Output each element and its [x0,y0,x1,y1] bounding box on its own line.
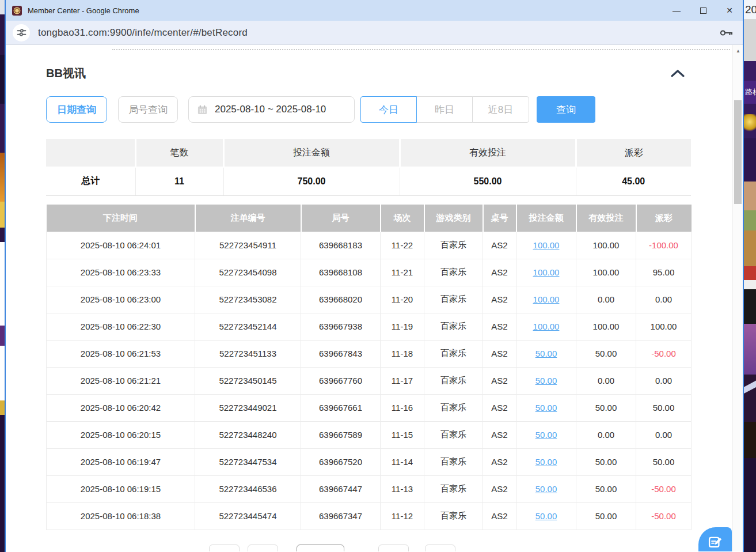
search-button[interactable]: 查询 [537,96,595,123]
table-id-cell: AS2 [483,475,516,502]
page-scrollbar[interactable]: ▲ [732,45,743,551]
session-cell: 11-19 [381,313,424,340]
table-id-cell: AS2 [483,394,516,421]
valid-bet-cell: 50.00 [576,394,636,421]
scrollbar-up-arrow[interactable]: ▲ [733,48,743,54]
bet-amount-cell: 50.00 [516,475,576,502]
pagination-button[interactable] [209,545,240,551]
bet-amount-link[interactable]: 100.00 [533,267,560,277]
address-bar[interactable]: tongbao31.com:9900/infe/mcenter/#/betRec… [38,27,248,39]
payout-cell: -50.00 [636,340,692,367]
pagination-button[interactable] [425,545,455,551]
column-header: 注单编号 [195,205,301,232]
valid-bet-cell: 0.00 [576,286,636,313]
bet-amount-link[interactable]: 50.00 [535,430,557,440]
column-header: 场次 [381,205,424,232]
bet-amount-link[interactable]: 100.00 [533,240,560,250]
payout-cell: 0.00 [636,367,692,394]
order-id-cell: 522723450145 [195,367,301,394]
bet-amount-link[interactable]: 100.00 [533,322,560,331]
close-button[interactable]: ✕ [716,0,743,21]
window-title: Member Center - Google Chrome [28,6,139,15]
session-cell: 11-14 [381,448,424,475]
bet-amount-cell: 50.00 [516,394,576,421]
date-range-input[interactable]: 2025-08-10 ~ 2025-08-10 [188,96,355,123]
valid-bet-cell: 100.00 [576,232,636,259]
bet-time-cell: 2025-08-10 06:20:42 [47,394,195,421]
background-collage-right: 20 路桂 [744,0,756,552]
valid-bet-cell: 0.00 [576,421,636,448]
bet-time-cell: 2025-08-10 06:21:21 [47,367,195,394]
table-row: 2025-08-10 06:20:15522723448240639667589… [47,421,692,448]
date-query-tab[interactable]: 日期查询 [46,96,107,123]
minimize-button[interactable]: — [663,0,690,21]
last-8-days-button[interactable]: 近8日 [472,96,529,123]
bet-amount-link[interactable]: 50.00 [535,484,557,494]
bet-table-head-row: 下注时间注单编号局号场次游戏类别桌号投注金额有效投注派彩 [47,205,692,232]
game-type-cell: 百家乐 [424,340,483,367]
payout-cell: 0.00 [636,286,692,313]
game-type-cell: 百家乐 [424,286,483,313]
pagination-button[interactable] [248,545,278,551]
summary-header-row: 笔数 投注金额 有效投注 派彩 [46,139,691,167]
bet-amount-cell: 100.00 [516,286,576,313]
round-id-cell: 639667661 [301,394,381,421]
table-id-cell: AS2 [483,421,516,448]
column-header: 派彩 [636,205,692,232]
session-cell: 11-20 [381,286,424,313]
password-manager-button[interactable] [720,29,734,37]
order-id-cell: 522723451133 [195,340,301,367]
valid-bet-cell: 50.00 [576,502,636,530]
maximize-button[interactable] [690,0,716,21]
table-row: 2025-08-10 06:18:38522723445474639667347… [47,502,692,530]
bet-amount-link[interactable]: 50.00 [535,403,557,413]
bet-amount-link[interactable]: 50.00 [535,376,557,385]
pagination-page-size-select[interactable] [297,545,344,551]
game-type-cell: 百家乐 [424,394,483,421]
window-titlebar: Member Center - Google Chrome — ✕ [6,0,743,21]
column-header: 投注金额 [516,205,576,232]
order-id-cell: 522723449021 [195,394,301,421]
dashed-divider [112,49,730,50]
bet-amount-link[interactable]: 50.00 [535,457,557,467]
bet-time-cell: 2025-08-10 06:18:38 [47,502,195,530]
bet-amount-cell: 50.00 [516,367,576,394]
order-id-cell: 522723453082 [195,286,301,313]
maximize-icon [700,7,706,14]
round-id-cell: 639667447 [301,475,381,502]
bet-amount-cell: 100.00 [516,259,576,286]
payout-cell: 100.00 [636,313,692,340]
bet-amount-link[interactable]: 50.00 [535,349,557,358]
summary-header-count: 笔数 [135,139,223,167]
qr-code-fragment [0,346,5,400]
round-id-cell: 639667520 [301,448,381,475]
bet-time-cell: 2025-08-10 06:21:53 [47,340,195,367]
session-cell: 11-17 [381,367,424,394]
scrollbar-thumb[interactable] [734,100,742,204]
payout-cell: 50.00 [636,394,692,421]
pagination-button[interactable] [378,545,409,551]
valid-bet-cell: 100.00 [576,313,636,340]
table-row: 2025-08-10 06:21:53522723451133639667843… [47,340,692,367]
minimize-icon: — [673,6,681,15]
round-query-tab[interactable]: 局号查询 [118,96,178,123]
bet-amount-link[interactable]: 50.00 [535,511,557,521]
summary-header-payout: 派彩 [576,139,691,167]
session-cell: 11-22 [381,232,424,259]
payout-cell: -50.00 [636,502,692,530]
today-button[interactable]: 今日 [360,96,417,123]
site-info-button[interactable] [13,24,30,41]
round-id-cell: 639668183 [301,232,381,259]
bet-time-cell: 2025-08-10 06:20:15 [47,421,195,448]
column-header: 下注时间 [47,205,195,232]
summary-count-value: 11 [135,167,223,195]
yesterday-button[interactable]: 昨日 [416,96,473,123]
table-id-cell: AS2 [483,313,516,340]
bet-amount-link[interactable]: 100.00 [533,294,560,304]
round-id-cell: 639667347 [301,502,381,530]
bet-time-cell: 2025-08-10 06:23:33 [47,259,195,286]
chrome-window: Member Center - Google Chrome — ✕ tongba… [5,0,744,552]
feedback-compose-button[interactable] [698,527,732,551]
collapse-section-button[interactable] [668,67,687,80]
summary-header-blank [46,139,135,167]
